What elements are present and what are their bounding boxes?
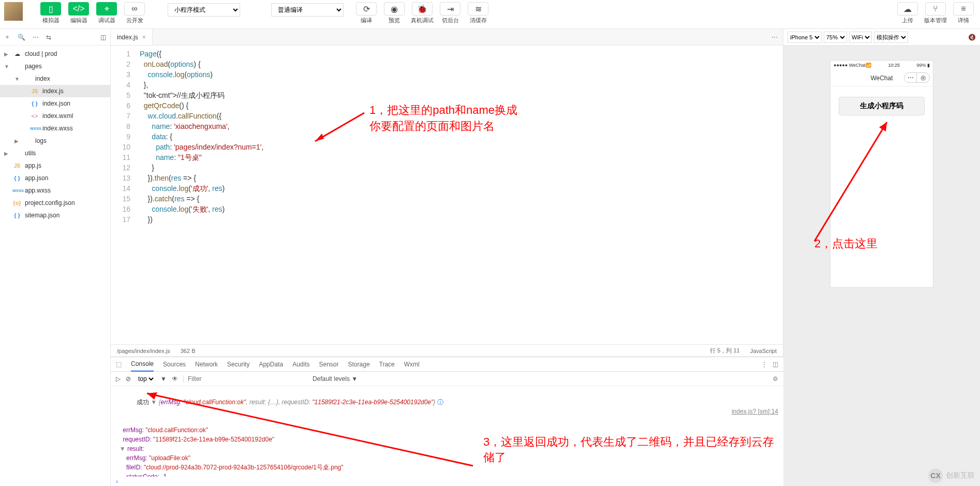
tab-close-icon[interactable]: × bbox=[142, 34, 146, 41]
layers-icon: ≋ bbox=[468, 2, 488, 16]
editor-status-bar: /pages/index/index.js 362 B 行 5，列 11 Jav… bbox=[111, 344, 783, 357]
context-select[interactable]: top bbox=[136, 375, 155, 383]
tab-console[interactable]: Console bbox=[131, 360, 154, 372]
cloud-dev-button[interactable]: ∞ 云开发 bbox=[122, 2, 147, 24]
real-debug-button[interactable]: 🐞真机调试 bbox=[410, 2, 435, 24]
annotation-2: 2，点击这里 bbox=[814, 236, 878, 252]
phone-icon: ▯ bbox=[40, 2, 61, 16]
detail-button[interactable]: ≡详情 bbox=[951, 2, 976, 24]
run-icon[interactable]: ▷ bbox=[116, 375, 121, 382]
new-file-icon[interactable]: ＋ bbox=[4, 33, 10, 41]
folder-cloud[interactable]: ▶☁cloud | prod bbox=[0, 48, 110, 60]
eye-icon: ◉ bbox=[384, 2, 405, 16]
menu-icon: ≡ bbox=[953, 2, 974, 16]
background-button[interactable]: ⇥切后台 bbox=[438, 2, 463, 24]
exit-icon: ⇥ bbox=[440, 2, 461, 16]
tab-network[interactable]: Network bbox=[195, 361, 218, 368]
folder-index[interactable]: ▼index bbox=[0, 72, 110, 85]
folder-logs[interactable]: ▶logs bbox=[0, 135, 110, 147]
cloud-dev-label: 云开发 bbox=[126, 17, 143, 24]
zoom-select[interactable]: 75% bbox=[824, 32, 847, 43]
console-filter-input[interactable] bbox=[183, 375, 307, 382]
file-app-wxss[interactable]: wxssapp.wxss bbox=[0, 184, 110, 197]
compile-select[interactable]: 普通编译 bbox=[271, 3, 344, 17]
console-source-link[interactable]: index.js? [sm]:14 bbox=[732, 407, 778, 416]
tab-audits[interactable]: Audits bbox=[292, 361, 309, 368]
annotation-3: 3，这里返回成功，代表生成了二维码，并且已经存到云存储了 bbox=[483, 434, 783, 465]
file-index-wxml[interactable]: <>index.wxml bbox=[0, 110, 110, 122]
phone-nav-bar: WeChat ⋯ ◎ bbox=[830, 70, 933, 86]
sound-icon[interactable]: 🔇 bbox=[968, 34, 976, 41]
file-sitemap[interactable]: { }sitemap.json bbox=[0, 209, 110, 222]
tab-sources[interactable]: Sources bbox=[163, 361, 186, 368]
capsule-close-icon[interactable]: ◎ bbox=[917, 73, 929, 82]
line-numbers: 1234567891011121314151617 bbox=[111, 46, 136, 344]
tab-index-js[interactable]: index.js × bbox=[111, 29, 153, 45]
tab-appdata[interactable]: AppData bbox=[259, 361, 283, 368]
bug-icon: ⌖ bbox=[96, 2, 117, 16]
capsule-button[interactable]: ⋯ ◎ bbox=[904, 72, 930, 83]
debugger-button[interactable]: ⌖ 调试器 bbox=[94, 2, 119, 24]
branch-icon: ⑂ bbox=[925, 2, 946, 16]
simulator-button[interactable]: ▯ 模拟器 bbox=[38, 2, 63, 24]
clear-cache-button[interactable]: ≋清缓存 bbox=[466, 2, 491, 24]
clear-console-icon[interactable]: ⊘ bbox=[126, 375, 131, 382]
mode-select[interactable]: 小程序模式 bbox=[168, 3, 240, 17]
file-app-js[interactable]: JSapp.js bbox=[0, 159, 110, 172]
file-index-wxss[interactable]: wxssindex.wxss bbox=[0, 122, 110, 135]
search-icon[interactable]: 🔍 bbox=[18, 34, 25, 41]
file-explorer: ＋ 🔍 ⋯ ⇆ ◫ ▶☁cloud | prod ▼pages ▼index J… bbox=[0, 29, 111, 486]
devtools-more-icon[interactable]: ⋮ bbox=[761, 361, 767, 368]
inspect-icon[interactable]: ⬚ bbox=[116, 361, 122, 368]
phone-page: 生成小程序码 bbox=[830, 86, 933, 287]
tab-wxml[interactable]: Wxml bbox=[404, 361, 420, 368]
tab-sensor[interactable]: Sensor bbox=[319, 361, 339, 368]
tab-security[interactable]: Security bbox=[227, 361, 249, 368]
status-path: /pages/index/index.js bbox=[117, 348, 170, 354]
code-icon: </> bbox=[68, 2, 89, 16]
phone-simulator: ●●●●● WeChat📶 10:25 99% ▮ WeChat ⋯ ◎ 生成小… bbox=[830, 60, 933, 288]
avatar[interactable] bbox=[4, 2, 23, 21]
console-prompt[interactable]: › bbox=[111, 477, 783, 486]
watermark-logo-icon: CX bbox=[928, 468, 943, 483]
device-select[interactable]: iPhone 5 bbox=[788, 32, 822, 43]
tab-trace[interactable]: Trace bbox=[379, 361, 395, 368]
code-content[interactable]: Page({ onLoad(options) { console.log(opt… bbox=[136, 46, 783, 344]
compile-button[interactable]: ⟳编译 bbox=[354, 2, 379, 24]
simulator-panel: iPhone 5 75% WiFi 模拟操作 🔇 ●●●●● WeChat📶 1… bbox=[783, 29, 980, 486]
log-levels-select[interactable]: Default levels ▼ bbox=[313, 375, 358, 382]
devtools-dock-icon[interactable]: ◫ bbox=[773, 361, 778, 368]
editor-area: index.js × ⋯ 1234567891011121314151617 P… bbox=[111, 29, 783, 357]
devtools-panel: ⬚ Console Sources Network Security AppDa… bbox=[111, 357, 783, 486]
top-toolbar: ▯ 模拟器 </> 编辑器 ⌖ 调试器 ∞ 云开发 小程序模式 普通编译 ⟳编译 bbox=[0, 0, 980, 29]
version-button[interactable]: ⑂版本管理 bbox=[923, 2, 948, 24]
folder-utils[interactable]: ▶utils bbox=[0, 147, 110, 159]
sim-action-select[interactable]: 模拟操作 bbox=[874, 32, 908, 43]
preview-button[interactable]: ◉预览 bbox=[382, 2, 407, 24]
split-icon[interactable]: ◫ bbox=[100, 34, 106, 41]
generate-qrcode-button[interactable]: 生成小程序码 bbox=[839, 97, 925, 115]
tabs-overflow-icon[interactable]: ⋯ bbox=[766, 29, 783, 45]
file-toolbar: ＋ 🔍 ⋯ ⇆ ◫ bbox=[0, 29, 110, 46]
editor-button[interactable]: </> 编辑器 bbox=[66, 2, 91, 24]
file-app-json[interactable]: { }app.json bbox=[0, 172, 110, 184]
code-editor[interactable]: 1234567891011121314151617 Page({ onLoad(… bbox=[111, 46, 783, 344]
console-settings-icon[interactable]: ⚙ bbox=[773, 375, 778, 382]
network-select[interactable]: WiFi bbox=[849, 32, 872, 43]
upload-button[interactable]: ☁上传 bbox=[895, 2, 920, 24]
tab-storage[interactable]: Storage bbox=[348, 361, 370, 368]
live-expression-icon[interactable]: 👁 bbox=[172, 375, 178, 382]
folder-pages[interactable]: ▼pages bbox=[0, 60, 110, 72]
file-project-config[interactable]: {o}project.config.json bbox=[0, 197, 110, 209]
status-language: JavaScript bbox=[750, 348, 777, 354]
editor-label: 编辑器 bbox=[70, 17, 87, 24]
more-icon[interactable]: ⋯ bbox=[33, 34, 39, 41]
nav-title: WeChat bbox=[870, 75, 893, 82]
file-index-json[interactable]: { }index.json bbox=[0, 97, 110, 110]
bug2-icon: 🐞 bbox=[412, 2, 433, 16]
capsule-menu-icon[interactable]: ⋯ bbox=[904, 73, 917, 82]
file-index-js[interactable]: JSindex.js bbox=[0, 85, 110, 97]
compile-select-wrap: 普通编译 bbox=[271, 3, 344, 17]
devtools-tabs: ⬚ Console Sources Network Security AppDa… bbox=[111, 357, 783, 372]
collapse-icon[interactable]: ⇆ bbox=[46, 34, 51, 41]
